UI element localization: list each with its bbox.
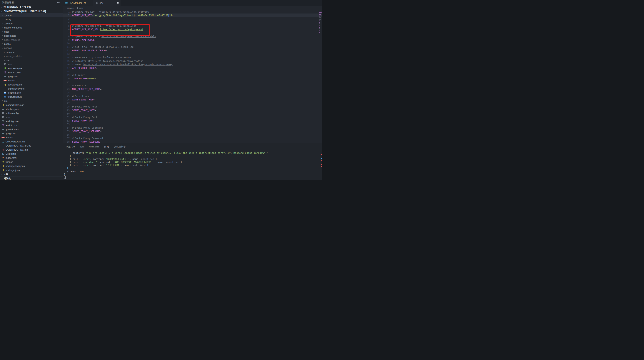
code-line-10[interactable]: 10 bbox=[63, 42, 322, 45]
tree-item-public[interactable]: >public bbox=[0, 42, 63, 46]
outline-section[interactable]: > 大纲 bbox=[0, 172, 63, 176]
code-line-13[interactable]: 13 bbox=[63, 52, 322, 56]
timeline-section[interactable]: > 时间线 bbox=[0, 176, 63, 180]
code-line-5[interactable]: 5# OpenAI API Base URL - https://api.ope… bbox=[63, 24, 322, 27]
tree-item-src[interactable]: >src bbox=[0, 99, 63, 103]
tree-item-node_modules[interactable]: >node_modules bbox=[0, 54, 63, 58]
tree-item-docs[interactable]: >docs bbox=[0, 29, 63, 34]
tree-item-package-lock.json[interactable]: {}package-lock.json bbox=[0, 164, 63, 168]
code-line-3[interactable]: 3 bbox=[63, 17, 322, 20]
tree-item-kubernetes[interactable]: >kubernetes bbox=[0, 34, 63, 38]
code-line-30[interactable]: 30 bbox=[63, 112, 322, 115]
panel-tab-调试控制台[interactable]: 调试控制台 bbox=[114, 143, 126, 150]
code-line-37[interactable]: 37# Socks Proxy Password bbox=[63, 136, 322, 140]
code-line-8[interactable]: 8# OpenAI API Model - https://platform.o… bbox=[63, 34, 322, 38]
code-line-36[interactable]: 36 bbox=[63, 133, 322, 136]
code-line-19[interactable]: 19# timeout bbox=[63, 73, 322, 77]
code-line-17[interactable]: 17API_REVERSE_PROXY= bbox=[63, 66, 322, 70]
code-editor[interactable]: 1# OpenAI API Key - https://platform.ope… bbox=[63, 10, 322, 143]
tree-item-node_modules[interactable]: >node_modules bbox=[0, 38, 63, 42]
code-line-23[interactable]: 23MAX_REQUEST_PER_HOUR= bbox=[63, 87, 322, 91]
code-line-32[interactable]: 32SOCKS_PROXY_PORT= bbox=[63, 119, 322, 122]
code-line-34[interactable]: 34# Socks Proxy Username bbox=[63, 126, 322, 129]
code-line-38[interactable]: 38SOCKS_PROXY_PASSWORD= bbox=[63, 140, 322, 143]
tree-item-.commitlintrc.json[interactable]: {}.commitlintrc.json bbox=[0, 103, 63, 107]
code-line-35[interactable]: 35SOCKS_PROXY_USERNAME= bbox=[63, 129, 322, 133]
code-line-16[interactable]: 16# More: https://github.com/transitive-… bbox=[63, 63, 322, 66]
breadcrumb-file[interactable]: .env bbox=[79, 7, 83, 9]
code-line-2[interactable]: 2OPENAI_API_KEY=fastgpt-y6b3axfbdd5wyp01… bbox=[63, 13, 322, 17]
panel-tab-问题[interactable]: 问题16 bbox=[66, 143, 75, 150]
code-line-20[interactable]: 20TIMEOUT_MS=100000 bbox=[63, 77, 322, 80]
tree-item-CHANGELOG.md[interactable]: CHANGELOG.md bbox=[0, 139, 63, 144]
tree-item-Dockerfile[interactable]: Dockerfile bbox=[0, 152, 63, 156]
panel-tab-GITLENS[interactable]: GITLENS bbox=[89, 143, 100, 150]
code-line-18[interactable]: 18 bbox=[63, 70, 322, 73]
code-line-31[interactable]: 31# Socks Proxy Port bbox=[63, 115, 322, 119]
tree-item-.eslintrc.json[interactable]: .eslintrc.json bbox=[0, 70, 63, 74]
code-line-9[interactable]: 9OPENAI_API_MODEL= bbox=[63, 38, 322, 42]
tree-item-license[interactable]: license bbox=[0, 160, 63, 164]
breadcrumb-folder[interactable]: service bbox=[67, 7, 74, 9]
tree-item-docker-compose[interactable]: >docker-compose bbox=[0, 25, 63, 29]
code-line-27[interactable]: 27 bbox=[63, 101, 322, 105]
minimap[interactable] bbox=[319, 10, 322, 143]
tree-item-.env.example[interactable]: $.env.example bbox=[0, 66, 63, 70]
tree-item-.eslintrc.cjs[interactable]: .eslintrc.cjs bbox=[0, 123, 63, 127]
code-line-11[interactable]: 11# set `true` to disable OpenAI API deb… bbox=[63, 45, 322, 49]
tree-item-.npmrc[interactable]: npm.npmrc bbox=[0, 78, 63, 82]
tab-README.md[interactable]: README.mdM bbox=[63, 0, 93, 6]
tree-item-src[interactable]: >src bbox=[0, 58, 63, 62]
tree-item-CONTRIBUTING.md[interactable]: CONTRIBUTING.md bbox=[0, 148, 63, 152]
panel-tab-终端[interactable]: 终端 bbox=[104, 143, 109, 150]
tree-item-package.json[interactable]: {}package.json bbox=[0, 82, 63, 87]
tree-item-index.html[interactable]: <>index.html bbox=[0, 156, 63, 160]
vscode-window: 资源管理器 > 打开的编辑器 1 个未保存 > CHATGPT-WEB [WSL… bbox=[0, 0, 322, 180]
tree-item-.husky[interactable]: >.husky bbox=[0, 17, 63, 21]
tab-.env[interactable]: .env bbox=[93, 0, 121, 6]
tree-item-tsconfig.json[interactable]: TStsconfig.json bbox=[0, 91, 63, 95]
tree-item-.gitignore[interactable]: .gitignore bbox=[0, 131, 63, 135]
tree-item-.vscode[interactable]: >.vscode bbox=[0, 21, 63, 25]
code-line-28[interactable]: 28# Socks Proxy Host bbox=[63, 105, 322, 108]
tree-item-.env[interactable]: .env bbox=[0, 62, 63, 66]
code-line-14[interactable]: 14# Reverse Proxy - Available on accessT… bbox=[63, 56, 322, 59]
code-line-12[interactable]: 12OPENAI_API_DISABLE_DEBUG= bbox=[63, 49, 322, 52]
code-line-26[interactable]: 26AUTH_SECRET_KEY= bbox=[63, 98, 322, 101]
tree-item-.gitignore[interactable]: .gitignore bbox=[0, 74, 63, 78]
tree-item-package.json[interactable]: {}package.json bbox=[0, 168, 63, 172]
code-line-1[interactable]: 1# OpenAI API Key - https://platform.ope… bbox=[63, 10, 322, 13]
tree-item-service[interactable]: >service bbox=[0, 46, 63, 50]
tree-item-.npmrc[interactable]: npm.npmrc bbox=[0, 135, 63, 139]
chevron-right-icon: > bbox=[4, 51, 6, 53]
line-number: 3 bbox=[63, 17, 70, 20]
tree-item-CONTRIBUTING.en.md[interactable]: CONTRIBUTING.en.md bbox=[0, 144, 63, 148]
tree-item-.dockerignore[interactable]: .dockerignore bbox=[0, 107, 63, 111]
project-root-section[interactable]: > CHATGPT-WEB [WSL: UBUNTU-22.04] bbox=[0, 9, 63, 13]
tree-item-.vscode[interactable]: >.vscode bbox=[0, 50, 63, 54]
code-line-24[interactable]: 24 bbox=[63, 91, 322, 94]
code-line-21[interactable]: 21 bbox=[63, 80, 322, 84]
open-editors-section[interactable]: > 打开的编辑器 1 个未保存 bbox=[0, 5, 63, 9]
tree-item-.gitattributes[interactable]: .gitattributes bbox=[0, 127, 63, 131]
tree-item-.github[interactable]: >.github bbox=[0, 13, 63, 17]
code-line-29[interactable]: 29SOCKS_PROXY_HOST= bbox=[63, 108, 322, 112]
code-line-4[interactable]: 4 bbox=[63, 20, 322, 24]
tree-item-.env[interactable]: .env bbox=[0, 115, 63, 119]
code-line-6[interactable]: 6OPENAI_API_BASE_URL=https://fastgpt.run… bbox=[63, 27, 322, 31]
unsaved-dot-icon[interactable] bbox=[117, 2, 119, 4]
code-line-22[interactable]: 22# Rate Limit bbox=[63, 84, 322, 87]
tree-item-tsup.config.ts[interactable]: TStsup.config.ts bbox=[0, 95, 63, 99]
tree-item-label: .commitlintrc.json bbox=[6, 104, 24, 106]
panel-tab-输出[interactable]: 输出 bbox=[80, 143, 84, 150]
tree-item-.eslintignore[interactable]: .eslintignore bbox=[0, 119, 63, 123]
terminal-scrollbar[interactable] bbox=[320, 143, 322, 180]
code-line-33[interactable]: 33 bbox=[63, 122, 322, 126]
code-line-25[interactable]: 25# Secret key bbox=[63, 94, 322, 98]
tree-item-.editorconfig[interactable]: .editorconfig bbox=[0, 111, 63, 115]
code-line-7[interactable]: 7 bbox=[63, 31, 322, 34]
tree-item-pnpm-lock.yaml[interactable]: !pnpm-lock.yaml bbox=[0, 87, 63, 91]
more-actions-icon[interactable] bbox=[56, 2, 61, 4]
terminal-output[interactable]: content: "You are ChatGPT, a large langu… bbox=[64, 151, 318, 180]
code-line-15[interactable]: 15# Default: https://ai.fakeopen.com/api… bbox=[63, 59, 322, 63]
